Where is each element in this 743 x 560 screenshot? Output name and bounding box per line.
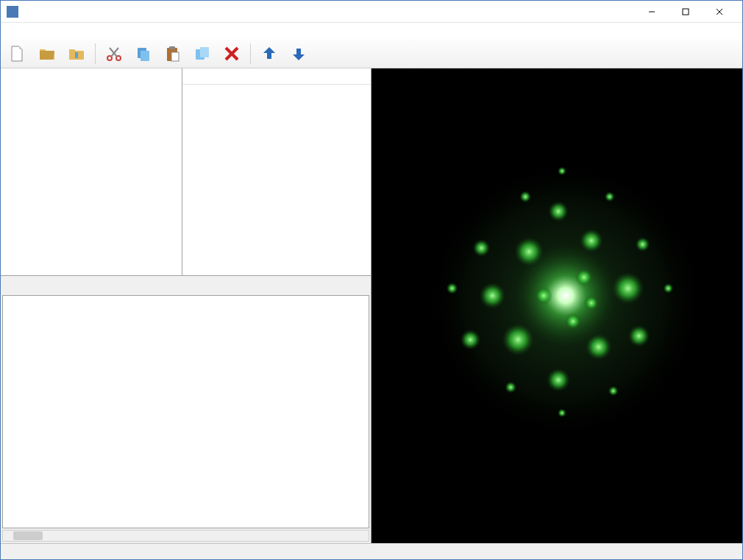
svg-point-37	[608, 386, 619, 396]
svg-point-31	[547, 368, 570, 391]
graph-scrollbar[interactable]	[2, 530, 369, 542]
menu-bar	[1, 23, 742, 39]
svg-point-43	[584, 296, 599, 311]
svg-rect-4	[75, 52, 78, 58]
svg-point-24	[502, 324, 534, 356]
svg-point-20	[514, 237, 544, 266]
delete-button[interactable]	[219, 42, 244, 65]
svg-rect-12	[169, 46, 175, 49]
minimize-button[interactable]	[635, 1, 669, 23]
svg-point-33	[605, 191, 615, 202]
particle-effect-render	[372, 68, 742, 540]
svg-rect-10	[141, 51, 149, 61]
svg-line-7	[111, 48, 118, 57]
svg-point-26	[548, 201, 569, 221]
main-area	[1, 68, 742, 543]
window-controls	[635, 1, 736, 23]
cut-button[interactable]	[102, 42, 127, 65]
svg-point-25	[586, 334, 612, 361]
svg-point-23	[612, 272, 644, 305]
title-bar	[1, 1, 742, 23]
effects-tree[interactable]	[1, 68, 182, 275]
open-folder-button[interactable]	[35, 42, 60, 65]
tab-strip	[1, 276, 371, 295]
svg-point-42	[565, 313, 581, 330]
svg-point-39	[558, 408, 566, 417]
svg-point-41	[535, 287, 552, 305]
toolbar-separator	[250, 43, 251, 64]
maximize-button[interactable]	[669, 1, 703, 23]
svg-point-40	[575, 269, 593, 286]
svg-point-27	[472, 239, 490, 257]
new-file-button[interactable]	[5, 42, 30, 65]
svg-point-35	[663, 283, 673, 294]
svg-rect-13	[171, 52, 179, 61]
svg-point-30	[628, 325, 650, 347]
toolbar-separator	[95, 43, 96, 64]
app-icon	[7, 6, 18, 18]
status-bar	[1, 543, 742, 559]
svg-rect-15	[200, 47, 209, 57]
toolbar	[1, 39, 742, 68]
left-column	[1, 68, 372, 543]
paste-button[interactable]	[160, 42, 185, 65]
move-down-button[interactable]	[286, 42, 311, 65]
graph-canvas[interactable]	[2, 295, 369, 528]
svg-line-8	[110, 48, 117, 57]
copy-button[interactable]	[131, 42, 156, 65]
svg-point-34	[447, 283, 458, 294]
duplicate-button[interactable]	[190, 42, 215, 65]
svg-point-28	[636, 237, 650, 252]
preview-viewport[interactable]	[372, 68, 742, 543]
scrollbar-thumb[interactable]	[13, 531, 43, 540]
attributes-panel	[182, 68, 371, 275]
svg-point-38	[558, 166, 566, 175]
svg-point-21	[580, 229, 603, 252]
top-panels	[1, 68, 371, 276]
svg-point-22	[479, 283, 505, 309]
move-up-button[interactable]	[257, 42, 282, 65]
attributes-header	[182, 68, 371, 85]
close-button[interactable]	[703, 1, 736, 23]
svg-point-32	[519, 191, 531, 202]
graph-area	[1, 276, 371, 543]
svg-point-36	[505, 381, 516, 393]
svg-rect-1	[683, 9, 689, 15]
open-compressed-button[interactable]	[64, 42, 89, 65]
svg-point-29	[461, 330, 481, 350]
